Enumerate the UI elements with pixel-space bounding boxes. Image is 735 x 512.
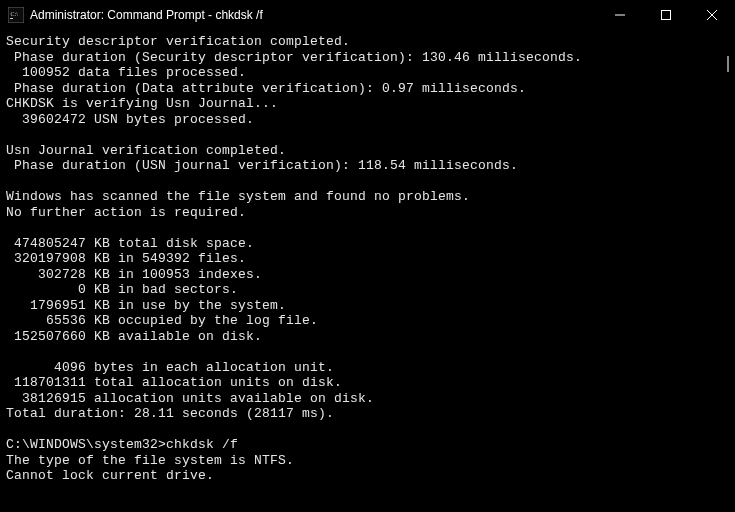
window-titlebar[interactable]: C:\ Administrator: Command Prompt - chkd… [0,0,735,30]
svg-rect-4 [662,11,671,20]
minimize-button[interactable] [597,0,643,30]
scrollbar-indicator[interactable] [727,56,729,72]
svg-rect-2 [10,18,13,19]
svg-text:C:\: C:\ [11,11,19,17]
terminal-output[interactable]: Security descriptor verification complet… [0,30,735,488]
cmd-icon: C:\ [8,7,24,23]
close-button[interactable] [689,0,735,30]
maximize-button[interactable] [643,0,689,30]
window-title: Administrator: Command Prompt - chkdsk /… [30,8,263,22]
